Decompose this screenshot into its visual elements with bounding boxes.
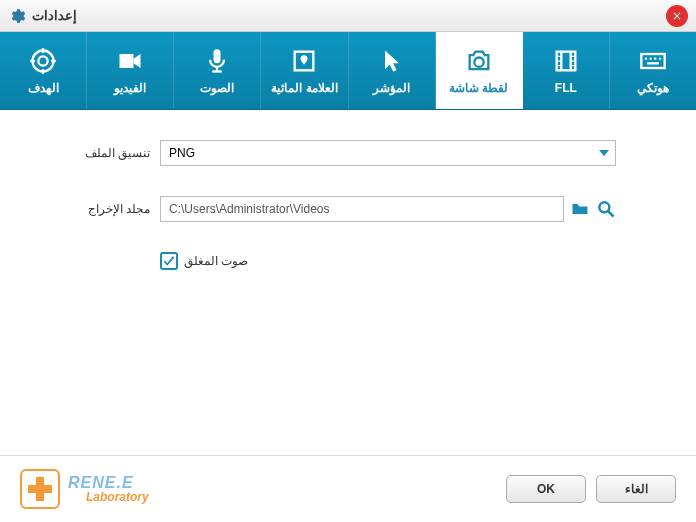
microphone-icon <box>203 47 231 75</box>
footer: RENE.E Laboratory OK الغاء <box>0 455 696 522</box>
watermark-icon <box>290 47 318 75</box>
file-format-value: PNG <box>169 146 195 160</box>
tab-hotkey[interactable]: هوتكي <box>610 32 696 109</box>
svg-rect-25 <box>647 62 659 64</box>
logo-main: RENE.E <box>68 474 149 492</box>
tab-fll[interactable]: FLL <box>523 32 610 109</box>
tab-target[interactable]: الهدف <box>0 32 87 109</box>
content-panel: تنسيق الملف PNG مجلد الإخراج صوت المغلق <box>0 110 696 455</box>
chevron-down-icon <box>599 150 609 156</box>
file-format-label: تنسيق الملف <box>80 146 150 160</box>
svg-point-0 <box>33 50 54 71</box>
output-folder-label: مجلد الإخراج <box>80 202 150 216</box>
film-icon <box>552 47 580 75</box>
tab-screenshot[interactable]: لقطة شاشة <box>436 32 523 109</box>
tab-label: هوتكي <box>637 81 669 95</box>
svg-rect-20 <box>641 54 664 68</box>
logo: RENE.E Laboratory <box>20 469 149 509</box>
tab-label: العلامة المائية <box>271 81 337 95</box>
logo-badge <box>20 469 60 509</box>
svg-point-22 <box>649 57 651 59</box>
tab-video[interactable]: الفيديو <box>87 32 174 109</box>
svg-point-10 <box>474 57 483 66</box>
logo-sub: Laboratory <box>86 491 149 504</box>
svg-point-24 <box>659 57 661 59</box>
tab-cursor[interactable]: المؤشر <box>349 32 436 109</box>
svg-point-26 <box>599 202 609 212</box>
output-folder-row: مجلد الإخراج <box>80 196 616 222</box>
tab-label: الهدف <box>28 81 59 95</box>
output-folder-input[interactable] <box>160 196 564 222</box>
tab-bar: الهدف الفيديو الصوت العلامة المائية المؤ… <box>0 32 696 110</box>
search-icon[interactable] <box>596 199 616 219</box>
close-button[interactable] <box>666 5 688 27</box>
video-icon <box>116 47 144 75</box>
target-icon <box>29 47 57 75</box>
svg-point-1 <box>38 56 47 65</box>
check-icon <box>162 254 176 268</box>
title-bar: إعدادات <box>0 0 696 32</box>
keyboard-icon <box>639 47 667 75</box>
shutter-sound-checkbox[interactable] <box>160 252 178 270</box>
window-title: إعدادات <box>32 8 77 23</box>
shutter-sound-label: صوت المغلق <box>184 254 248 268</box>
gear-icon <box>8 7 26 25</box>
tab-audio[interactable]: الصوت <box>174 32 261 109</box>
tab-label: لقطة شاشة <box>449 81 508 95</box>
tab-label: الفيديو <box>114 81 146 95</box>
tab-label: FLL <box>555 81 577 95</box>
svg-point-23 <box>654 57 656 59</box>
shutter-sound-row: صوت المغلق <box>160 252 616 270</box>
camera-icon <box>465 47 493 75</box>
file-format-row: تنسيق الملف PNG <box>80 140 616 166</box>
tab-label: الصوت <box>200 81 234 95</box>
tab-watermark[interactable]: العلامة المائية <box>261 32 348 109</box>
svg-point-21 <box>645 57 647 59</box>
cursor-icon <box>378 47 406 75</box>
folder-icon[interactable] <box>570 199 590 219</box>
ok-button[interactable]: OK <box>506 475 586 503</box>
cancel-button[interactable]: الغاء <box>596 475 676 503</box>
svg-rect-6 <box>214 49 221 63</box>
tab-label: المؤشر <box>373 81 410 95</box>
file-format-select[interactable]: PNG <box>160 140 616 166</box>
svg-line-27 <box>609 212 614 217</box>
close-icon <box>671 10 683 22</box>
